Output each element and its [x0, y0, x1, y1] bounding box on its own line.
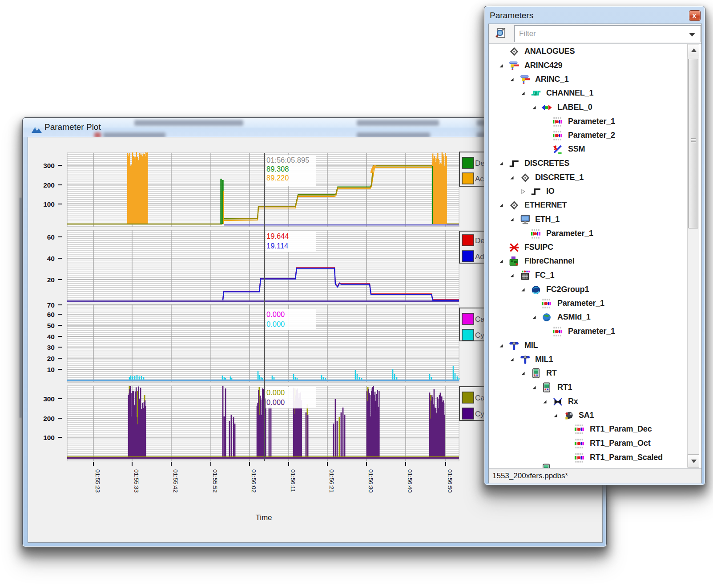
- svg-text:0.000: 0.000: [266, 320, 285, 328]
- svg-text:Time: Time: [255, 513, 272, 522]
- svg-text:20: 20: [47, 355, 55, 362]
- svg-text:89.220: 89.220: [266, 174, 289, 182]
- svg-text:0.000: 0.000: [266, 310, 285, 318]
- svg-text:19.644: 19.644: [266, 232, 289, 240]
- svg-text:Ad: Ad: [475, 252, 484, 261]
- svg-text:60: 60: [47, 311, 55, 318]
- svg-text:Cy: Cy: [475, 331, 484, 340]
- svg-text:40: 40: [47, 255, 55, 262]
- svg-text:89.308: 89.308: [266, 165, 289, 173]
- svg-text:Cy: Cy: [475, 410, 484, 418]
- svg-text:Ca: Ca: [475, 315, 485, 324]
- svg-text:20: 20: [47, 276, 55, 284]
- svg-text:01:55:52: 01:55:52: [212, 469, 218, 493]
- svg-text:300: 300: [43, 162, 55, 169]
- svg-text:10: 10: [47, 366, 55, 373]
- svg-text:40: 40: [47, 333, 55, 340]
- svg-text:0.000: 0.000: [266, 388, 285, 396]
- svg-text:100: 100: [43, 200, 55, 208]
- svg-text:01:56:40: 01:56:40: [407, 469, 413, 493]
- svg-text:60: 60: [47, 233, 55, 241]
- svg-text:01:55:23: 01:55:23: [94, 469, 101, 493]
- svg-text:01:55:42: 01:55:42: [172, 469, 179, 493]
- svg-text:200: 200: [43, 181, 55, 189]
- svg-text:Ac: Ac: [475, 175, 484, 183]
- svg-text:Ca: Ca: [475, 394, 485, 402]
- svg-text:300: 300: [43, 395, 55, 403]
- svg-text:De: De: [475, 236, 485, 245]
- svg-text:70: 70: [47, 301, 55, 309]
- svg-text:0.000: 0.000: [266, 398, 285, 406]
- svg-text:01:56:30: 01:56:30: [367, 469, 374, 493]
- svg-text:200: 200: [43, 415, 55, 422]
- svg-text:01:55:33: 01:55:33: [133, 469, 140, 493]
- svg-text:01:56:11: 01:56:11: [290, 469, 296, 492]
- svg-text:01:56:50: 01:56:50: [447, 469, 453, 493]
- svg-text:01:56:21: 01:56:21: [328, 469, 335, 493]
- svg-text:19.114: 19.114: [266, 242, 288, 250]
- svg-text:01:56:05.895: 01:56:05.895: [266, 156, 309, 164]
- svg-text:De: De: [475, 159, 485, 168]
- svg-text:30: 30: [47, 344, 55, 351]
- svg-text:50: 50: [47, 322, 55, 329]
- svg-text:01:56:02: 01:56:02: [250, 469, 257, 493]
- svg-text:100: 100: [43, 434, 55, 441]
